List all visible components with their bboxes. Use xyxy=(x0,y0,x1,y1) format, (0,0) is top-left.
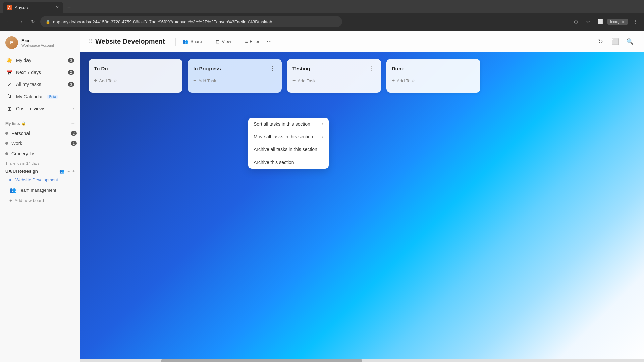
context-menu: Sort all tasks in this section › Move al… xyxy=(248,118,329,169)
add-workspace-icon[interactable]: + xyxy=(72,169,75,174)
sidebar-item-label: All my tasks xyxy=(16,82,41,87)
beta-badge: Beta xyxy=(47,95,58,99)
team-label: Team management xyxy=(19,188,56,193)
sidebar-item-my-calendar[interactable]: 🗓 My Calendar Beta xyxy=(3,90,77,103)
menu-item-archive-all-label: Archive all tasks in this section xyxy=(254,147,317,152)
next-7-days-badge: 2 xyxy=(68,70,74,75)
column-todo-menu-button[interactable]: ⋮ xyxy=(169,64,177,72)
sidebar-item-grocery-list[interactable]: Grocery List xyxy=(0,148,80,159)
column-done-header: Done ⋮ xyxy=(392,64,475,72)
column-testing-menu-button[interactable]: ⋮ xyxy=(368,64,376,72)
app: E Eric Workspace Account ☀️ My day 3 📅 N… xyxy=(0,31,644,362)
sidebar-item-next-7-days[interactable]: 📅 Next 7 days 2 xyxy=(3,66,77,78)
browser-tab-anydo[interactable]: A Any.do ✕ xyxy=(3,2,63,13)
add-task-testing-button[interactable]: + Add Task xyxy=(292,76,376,85)
next-7-days-icon: 📅 xyxy=(6,69,13,76)
refresh-button[interactable]: ↻ xyxy=(594,36,606,48)
add-board-label: Add new board xyxy=(15,198,44,203)
tab-close-button[interactable]: ✕ xyxy=(56,5,59,10)
column-done-title: Done xyxy=(392,66,405,71)
browser-chrome: A Any.do ✕ + ← → ↻ 🔒 app.any.do/boards/e… xyxy=(0,0,644,31)
my-lists-title: My lists xyxy=(5,121,20,126)
list-label-work: Work xyxy=(11,141,22,146)
add-board-plus: + xyxy=(9,198,12,203)
menu-item-sort-all-tasks[interactable]: Sort all tasks in this section › xyxy=(248,118,329,130)
sidebar-item-team-management[interactable]: 👥 Team management xyxy=(0,185,80,196)
browser-tabs: A Any.do ✕ + xyxy=(0,0,644,13)
column-in-progress: In Progress ⋮ + Add Task xyxy=(188,59,282,93)
column-testing: Testing ⋮ + Add Task xyxy=(287,59,381,93)
list-dot-work xyxy=(5,142,8,145)
new-tab-button[interactable]: + xyxy=(64,3,74,13)
reload-button[interactable]: ↻ xyxy=(28,17,38,26)
filter-icon: ≡ xyxy=(245,39,248,44)
plus-icon-2: + xyxy=(193,78,196,84)
my-calendar-icon: 🗓 xyxy=(6,93,13,100)
lock-icon: 🔒 xyxy=(21,121,26,126)
plus-icon-4: + xyxy=(392,78,395,84)
workspace-title: UX/UI Redesign 👥 ⋯ + xyxy=(0,166,80,175)
scrollbar-thumb[interactable] xyxy=(161,359,362,362)
header-right: ↻ ⬜ 🔍 xyxy=(594,36,636,48)
board-title: Website Development xyxy=(95,38,165,45)
add-board-button[interactable]: + Add new board xyxy=(0,196,80,205)
sidebar-item-my-day[interactable]: ☀️ My day 3 xyxy=(3,54,77,66)
add-task-label-2: Add Task xyxy=(198,78,216,83)
column-todo: To Do ⋮ + Add Task xyxy=(89,59,182,93)
sidebar-item-personal[interactable]: Personal 2 xyxy=(0,128,80,138)
menu-icon[interactable]: ⋮ xyxy=(631,17,640,26)
back-button[interactable]: ← xyxy=(4,17,13,26)
drag-handle-icon: ⠿ xyxy=(89,38,93,45)
column-todo-title: To Do xyxy=(94,66,108,71)
column-todo-header: To Do ⋮ xyxy=(94,64,177,72)
filter-button[interactable]: ≡ Filter xyxy=(241,37,263,46)
search-button[interactable]: 🔍 xyxy=(624,36,636,48)
browser-toolbar-right: ⬡ ☆ ⬜ Incognito ⋮ xyxy=(571,17,640,26)
sidebar-item-all-my-tasks[interactable]: ✓ All my tasks 3 xyxy=(3,78,77,90)
menu-item-move-all-tasks[interactable]: Move all tasks in this section › xyxy=(248,130,329,143)
incognito-badge: Incognito xyxy=(607,19,628,25)
add-task-todo-button[interactable]: + Add Task xyxy=(94,76,177,85)
sidebar-nav: ☀️ My day 3 📅 Next 7 days 2 ✓ All my tas… xyxy=(0,53,80,116)
sidebar-user[interactable]: E Eric Workspace Account xyxy=(0,31,80,53)
layout-button[interactable]: ⬜ xyxy=(609,36,621,48)
forward-button[interactable]: → xyxy=(16,17,25,26)
add-list-button[interactable]: + xyxy=(71,120,75,127)
share-icon: 👥 xyxy=(182,39,188,44)
add-task-done-button[interactable]: + Add Task xyxy=(392,76,475,85)
view-button[interactable]: ⊟ View xyxy=(212,37,235,46)
more-button[interactable]: ··· xyxy=(263,36,275,47)
plus-icon: + xyxy=(94,78,97,84)
add-task-label-4: Add Task xyxy=(397,78,415,83)
column-done-menu-button[interactable]: ⋮ xyxy=(467,64,475,72)
sidebar-item-label: My day xyxy=(16,58,31,63)
user-subtitle: Workspace Account xyxy=(21,43,54,47)
sidebar-item-custom-views[interactable]: ⊞ Custom views › xyxy=(3,103,77,115)
all-tasks-icon: ✓ xyxy=(6,81,13,88)
share-button[interactable]: 👥 Share xyxy=(178,37,206,46)
menu-item-archive-section-label: Archive this section xyxy=(254,160,294,165)
address-bar[interactable]: 🔒 app.any.do/boards/e244158a-3728-4759-8… xyxy=(40,16,342,27)
view-label: View xyxy=(222,39,231,44)
sidebar: E Eric Workspace Account ☀️ My day 3 📅 N… xyxy=(0,31,80,362)
share-label: Share xyxy=(190,39,202,44)
cast-icon[interactable]: ⬡ xyxy=(571,17,581,26)
chevron-right-icon: › xyxy=(73,106,74,111)
add-task-label-3: Add Task xyxy=(298,78,315,83)
extensions-icon[interactable]: ⬜ xyxy=(595,17,605,26)
column-in-progress-menu-button[interactable]: ⋮ xyxy=(268,64,276,72)
column-testing-title: Testing xyxy=(292,66,310,71)
personal-badge: 2 xyxy=(71,131,77,136)
sidebar-item-work[interactable]: Work 1 xyxy=(0,138,80,148)
menu-item-archive-section[interactable]: Archive this section xyxy=(248,156,329,169)
menu-item-archive-all-tasks[interactable]: Archive all tasks in this section xyxy=(248,143,329,156)
dots-icon[interactable]: ⋯ xyxy=(66,169,70,174)
anydo-favicon: A xyxy=(7,5,12,10)
sidebar-item-website-development[interactable]: Website Development xyxy=(0,175,80,185)
plus-icon-3: + xyxy=(292,78,296,84)
list-dot-grocery xyxy=(5,152,8,155)
bookmark-icon[interactable]: ☆ xyxy=(583,17,593,26)
header-divider-3 xyxy=(238,38,238,46)
add-task-in-progress-button[interactable]: + Add Task xyxy=(193,76,276,85)
column-in-progress-title: In Progress xyxy=(193,66,221,71)
